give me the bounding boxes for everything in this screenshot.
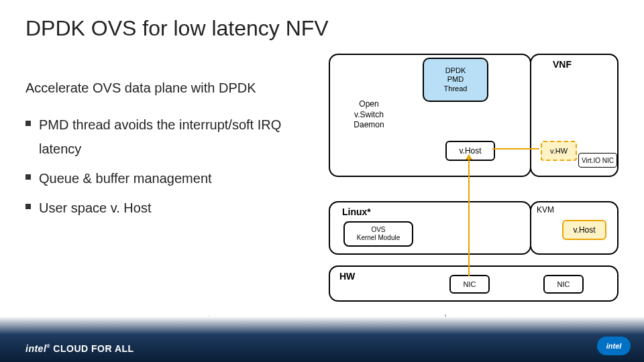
bullet-square-icon xyxy=(25,174,31,180)
bullet-square-icon xyxy=(25,121,31,126)
intel-wordmark: intel xyxy=(25,343,46,354)
hw-label: HW xyxy=(339,271,355,282)
subtitle: Accelerate OVS data plane with DPDK xyxy=(25,80,256,96)
bullet-text: User space v. Host xyxy=(39,196,151,220)
dpdk-pmd-thread-box: DPDK PMD Thread xyxy=(423,58,488,102)
kvm-label: KVM xyxy=(537,205,554,215)
architecture-diagram: Open v.Switch Daemon DPDK PMD Thread v.H… xyxy=(329,54,637,302)
intel-logo-icon: intel xyxy=(597,337,631,355)
footer-bar: intel® CLOUD FOR ALL intel xyxy=(0,316,644,362)
bullet-text: Queue & buffer management xyxy=(39,166,212,190)
slide: DPDK OVS for low latency NFV Accelerate … xyxy=(0,0,644,362)
bullet-text: PMD thread avoids the interrupt/soft IRQ… xyxy=(39,113,307,161)
vhw-box: v.HW xyxy=(541,141,577,161)
nic-box-1: NIC xyxy=(449,275,490,294)
bullet-item: PMD thread avoids the interrupt/soft IRQ… xyxy=(25,113,307,161)
ovs-kernel-module-box: OVS Kernel Module xyxy=(343,221,413,247)
ovs-daemon-label: Open v.Switch Daemon xyxy=(349,99,389,131)
vnf-label: VNF xyxy=(553,59,572,70)
page-title: DPDK OVS for low latency NFV xyxy=(25,16,329,41)
vhost-kvm-box: v.Host xyxy=(562,220,606,240)
bullet-item: User space v. Host xyxy=(25,196,307,220)
cloud-for-all-text: CLOUD FOR ALL xyxy=(50,343,134,354)
intel-logo-text: intel xyxy=(606,342,622,350)
bullet-square-icon xyxy=(25,204,31,209)
arrow-head-icon xyxy=(466,154,472,160)
virtio-nic-box: Virt.IO NIC xyxy=(578,153,617,168)
arrow-nic-to-vhost xyxy=(468,158,470,276)
bullet-item: Queue & buffer management xyxy=(25,166,307,190)
brand-left: intel® CLOUD FOR ALL xyxy=(25,343,134,354)
bullet-list: PMD thread avoids the interrupt/soft IRQ… xyxy=(25,107,307,220)
nic-box-2: NIC xyxy=(543,275,584,294)
linux-label: Linux* xyxy=(342,206,371,217)
arrow-vhost-to-vhw xyxy=(492,148,539,149)
